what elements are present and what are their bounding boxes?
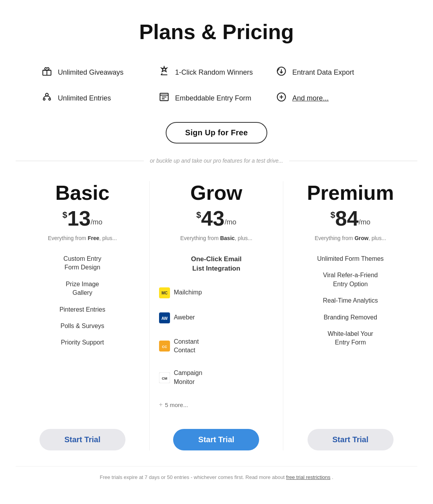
plans-row: Basic $ 13 /mo Everything from Free, plu… [16,181,417,450]
svg-text:AW: AW [161,316,168,321]
svg-point-4 [49,99,51,100]
list-item: Custom EntryForm Design [25,251,140,276]
list-item: Real-Time Analytics [293,292,408,309]
cc-icon: CC [159,341,170,352]
page-wrapper: Plans & Pricing Unlimited Giveaways [0,0,433,496]
price-mo: /mo [91,218,102,226]
footer-note: Free trials expire at 7 days or 50 entri… [16,466,417,480]
premium-trial-button[interactable]: Start Trial [308,429,394,450]
feature-unlimited-giveaways: Unlimited Giveaways [41,63,158,82]
svg-text:CM: CM [162,377,167,380]
price-dollar: $ [63,210,67,220]
list-item-more: + 5 more... [159,393,274,416]
integration-item-constant-contact: CC ConstantContact [159,330,274,362]
plan-grow-features: One-Click EmailList Integration MC Mailc… [159,251,274,416]
integration-item-campaign-monitor: CM CampaignMonitor [159,362,274,393]
divider-text: or buckle up and take our pro features f… [150,158,283,164]
price-dollar: $ [330,210,335,220]
plan-premium-price: $ 84 /mo [330,208,370,229]
features-grid: Unlimited Giveaways 1-Click Random Winne… [41,63,392,108]
plan-premium-subtitle: Everything from Grow, plus... [315,235,386,241]
signup-section: Sign Up for Free [16,122,417,143]
feature-label: Unlimited Giveaways [58,68,123,77]
price-mo: /mo [225,218,236,226]
feature-entry-form: Embeddable Entry Form [158,88,275,108]
basic-trial-button[interactable]: Start Trial [39,429,125,450]
price-amount: 43 [201,208,225,229]
mailchimp-icon: MC [159,287,170,298]
giveaway-icon [41,66,53,79]
footer-text-post: . [332,474,333,480]
list-item: Priority Support [25,334,140,351]
divider-line-right [289,161,417,161]
integration-label: ConstantContact [174,337,199,355]
integration-label: CampaignMonitor [174,369,202,386]
signup-button[interactable]: Sign Up for Free [166,122,267,143]
price-dollar: $ [196,210,201,220]
aweber-icon: AW [159,312,170,323]
feature-data-export: Entrant Data Export [275,63,392,82]
plan-basic-price: $ 13 /mo [63,208,102,229]
feature-label: 1-Click Random Winners [175,68,253,77]
footer-link[interactable]: free trial restrictions [286,474,330,480]
more-icon [275,91,288,105]
list-item: One-Click EmailList Integration [159,251,274,277]
plan-basic-subtitle: Everything from Free, plus... [48,235,117,241]
plus-icon: + [159,400,163,409]
export-icon [275,66,288,79]
entries-icon [41,91,53,105]
divider: or buckle up and take our pro features f… [16,158,417,164]
feature-unlimited-entries: Unlimited Entries [41,88,158,108]
list-item: White-label YourEntry Form [293,326,408,351]
svg-text:CC: CC [162,345,167,349]
more-integrations-link[interactable]: + 5 more... [159,397,274,412]
plan-premium-features: Unlimited Form Themes Viral Refer-a-Frie… [293,251,408,416]
feature-label: Entrant Data Export [292,68,354,77]
feature-and-more[interactable]: And more... [275,88,392,108]
price-mo: /mo [359,218,370,226]
winner-icon [158,66,170,79]
plan-grow-price: $ 43 /mo [196,208,236,229]
cm-icon: CM [159,372,170,383]
plan-basic-name: Basic [55,181,109,204]
more-label: 5 more... [165,401,188,409]
list-item: Polls & Surveys [25,318,140,334]
plan-basic: Basic $ 13 /mo Everything from Free, plu… [16,181,150,450]
price-amount: 13 [67,208,91,229]
plan-premium-name: Premium [307,181,394,204]
feature-random-winners: 1-Click Random Winners [158,63,275,82]
page-title: Plans & Pricing [16,20,417,44]
plan-grow-subtitle: Everything from Basic, plus... [180,235,252,241]
list-item: Unlimited Form Themes [293,251,408,267]
svg-point-3 [43,99,45,100]
list-item: Prize ImageGallery [25,276,140,301]
grow-trial-button[interactable]: Start Trial [173,429,259,450]
list-item: Pinterest Entries [25,301,140,318]
integration-label: Mailchimp [174,288,202,297]
list-item: Branding Removed [293,309,408,326]
footer-text-pre: Free trials expire at 7 days or 50 entri… [100,474,286,480]
integration-item-mailchimp: MC Mailchimp [159,280,274,305]
plan-basic-features: Custom EntryForm Design Prize ImageGalle… [25,251,140,416]
integration-label: Aweber [174,313,195,322]
feature-label: Unlimited Entries [58,94,111,102]
feature-label: And more... [292,94,329,102]
integration-item-aweber: AW Aweber [159,305,274,330]
form-icon [158,91,170,105]
svg-text:MC: MC [161,291,168,295]
plan-grow-name: Grow [190,181,242,204]
list-item: Viral Refer-a-FriendEntry Option [293,267,408,292]
feature-label: Embeddable Entry Form [175,94,251,102]
price-amount: 84 [335,208,359,229]
divider-line-left [16,161,144,161]
plan-grow: Grow $ 43 /mo Everything from Basic, plu… [150,181,284,450]
plan-premium: Premium $ 84 /mo Everything from Grow, p… [283,181,417,450]
